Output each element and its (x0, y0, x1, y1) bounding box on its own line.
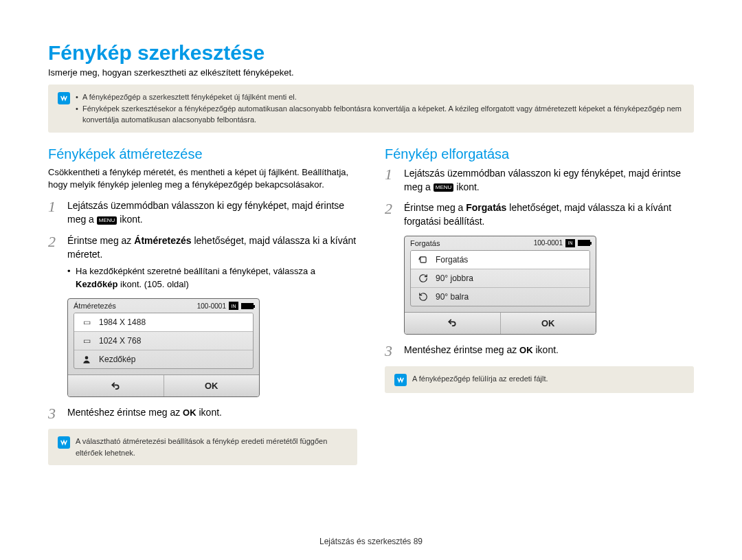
battery-icon (241, 303, 254, 309)
step-number: 2 (48, 234, 60, 291)
step-number: 1 (48, 199, 60, 227)
person-icon (81, 355, 92, 364)
svg-point-0 (85, 356, 89, 359)
step-number: 3 (48, 405, 60, 422)
top-notebox: A fényképezőgép a szerkesztett fényképek… (48, 85, 694, 133)
right-heading: Fénykép elforgatása (385, 146, 694, 162)
left-step-1: 1 Lejátszás üzemmódban válasszon ki egy … (48, 199, 357, 227)
menu-icon: MENU (434, 183, 454, 192)
step-number: 3 (385, 343, 397, 359)
device-counter: 100-0001 (197, 302, 226, 310)
left-lead: Csökkentheti a fénykép méretét, és menth… (48, 166, 357, 192)
ok-icon: OK (183, 407, 196, 420)
left-step-2: 2 Érintse meg az Átméretezés lehetőséget… (48, 234, 357, 291)
aspect-icon: ▭ (81, 317, 92, 327)
device-row[interactable]: 90° balra (411, 288, 589, 306)
storage-icon: IN (565, 239, 575, 247)
storage-icon: IN (229, 302, 238, 310)
svg-rect-1 (420, 257, 426, 262)
rotate-device-screenshot: Forgatás 100-0001 IN Forgatás (404, 236, 596, 335)
left-step-3: 3 Mentéshez érintse meg az OK ikont. (48, 405, 357, 422)
aspect-icon: ▭ (81, 336, 92, 346)
info-icon (58, 92, 70, 104)
device-row[interactable]: Kezdőkép (74, 350, 253, 368)
device-row[interactable]: ▭ 1984 X 1488 (74, 313, 253, 332)
device-option-list: Forgatás 90° jobbra 90° balra (410, 250, 590, 306)
ok-icon: OK (519, 344, 533, 357)
step-number: 2 (385, 201, 397, 229)
ok-button[interactable]: OK (164, 375, 260, 396)
right-step-3: 3 Mentéshez érintse meg az OK ikont. (385, 343, 694, 359)
rotate-icon (418, 255, 429, 265)
menu-icon: MENU (97, 216, 117, 225)
device-row[interactable]: Forgatás (411, 251, 589, 269)
right-step-1: 1 Lejátszás üzemmódban válasszon ki egy … (385, 166, 694, 194)
rotate-right-icon (418, 273, 429, 283)
right-step-2: 2 Érintse meg a Forgatás lehetőséget, ma… (385, 201, 694, 229)
page-subtitle: Ismerje meg, hogyan szerkesztheti az elk… (48, 67, 694, 78)
device-title: Forgatás (410, 239, 440, 247)
device-row[interactable]: ▭ 1024 X 768 (74, 332, 253, 350)
info-icon (58, 436, 70, 449)
top-note-2: Fényképek szerkesztésekor a fényképezőgé… (76, 103, 684, 126)
page-title: Fénykép szerkesztése (48, 41, 694, 65)
info-icon (394, 374, 407, 386)
left-heading: Fényképek átméretezése (48, 146, 357, 162)
ok-button[interactable]: OK (501, 313, 596, 334)
device-title: Átméretezés (74, 302, 116, 310)
right-notebox: A fényképezőgép felülírja az eredeti fáj… (385, 366, 694, 393)
rotate-left-icon (418, 292, 429, 302)
device-option-list: ▭ 1984 X 1488 ▭ 1024 X 768 Kezdőkép (74, 313, 254, 369)
page-footer: Lejátszás és szerkesztés 89 (0, 537, 742, 546)
left-notebox: A választható átméretezési beállítások a… (48, 429, 357, 465)
top-note-1: A fényképezőgép a szerkesztett fényképek… (76, 91, 684, 103)
device-counter: 100-0001 (534, 239, 563, 247)
back-button[interactable] (68, 375, 164, 396)
resize-device-screenshot: Átméretezés 100-0001 IN ▭ 1984 X 1488 ▭ … (67, 298, 260, 397)
battery-icon (578, 240, 590, 246)
device-row[interactable]: 90° jobbra (411, 269, 589, 288)
step-number: 1 (385, 166, 397, 194)
back-button[interactable] (405, 313, 501, 334)
